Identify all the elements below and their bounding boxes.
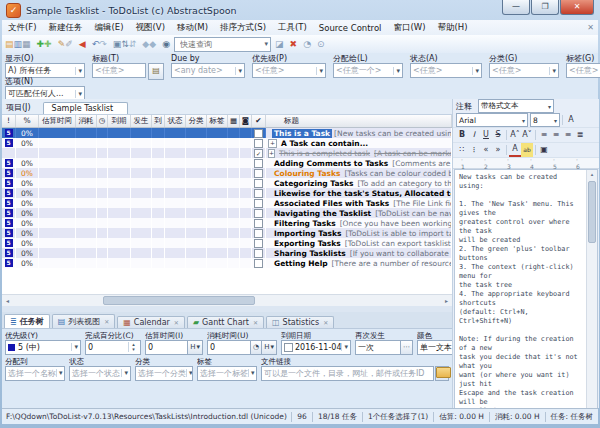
- recurrence-input[interactable]: 一次: [355, 340, 401, 355]
- grow-font-icon[interactable]: A˄: [509, 128, 521, 142]
- recurrence-edit-button[interactable]: ⋯: [401, 340, 413, 355]
- bold-icon[interactable]: B: [456, 128, 468, 142]
- underline-icon[interactable]: U: [480, 128, 492, 142]
- menu-item-1[interactable]: 新建任务: [43, 22, 89, 34]
- maximize-button[interactable]: ❐: [531, 0, 559, 15]
- task-row-6[interactable]: 50%Likewise for the task's Status, Alloc…: [2, 188, 452, 198]
- column-header-2[interactable]: 估算时间: [39, 115, 76, 127]
- comments-text[interactable]: New tasks can be created using: 1. The '…: [455, 170, 586, 416]
- task-row-10[interactable]: 50%Importing Tasks[ToDoList is able to i…: [2, 228, 452, 238]
- column-header-9[interactable]: 分类: [186, 115, 207, 127]
- task-row-3[interactable]: 50%Adding Comments to Tasks[Comments are…: [2, 158, 452, 168]
- close-button[interactable]: ✕: [560, 0, 594, 15]
- scroll-right-icon[interactable]: ▸: [441, 297, 452, 304]
- menu-item-9[interactable]: 帮助(H): [432, 22, 474, 34]
- tab-calendar[interactable]: ▦Calendar✕: [117, 316, 185, 328]
- tab-task-tree[interactable]: ≣任务树: [4, 314, 50, 328]
- task-row-13[interactable]: 50%Getting Help[There are a number of re…: [2, 258, 452, 268]
- shrink-font-icon[interactable]: A˅: [521, 128, 533, 142]
- close-icon[interactable]: ✕: [174, 319, 179, 326]
- unchecked-checkbox[interactable]: [254, 179, 263, 188]
- task-list-empty-area[interactable]: [2, 268, 452, 294]
- tag-select[interactable]: 选择一个标签▾: [197, 366, 257, 381]
- task-table-header[interactable]: !%估算时间消耗◷到期发生到状态分类标签▦◙✔标题: [2, 115, 452, 128]
- task-row-11[interactable]: 50%Exporting Tasks[ToDoList can export t…: [2, 238, 452, 248]
- sort-asc-icon[interactable]: ⇅: [121, 39, 129, 49]
- column-header-1[interactable]: %: [16, 115, 39, 127]
- column-header-8[interactable]: 状态: [165, 115, 186, 127]
- column-header-6[interactable]: 发生: [131, 115, 152, 127]
- priority-select[interactable]: 5 (中)▾: [5, 340, 81, 355]
- unchecked-checkbox[interactable]: [254, 139, 263, 148]
- unchecked-checkbox[interactable]: [254, 219, 263, 228]
- tab-gantt-chart[interactable]: ▰Gantt Chart✕: [187, 316, 264, 328]
- numbered-list-icon[interactable]: ⁝: [468, 143, 480, 157]
- close-icon[interactable]: ✕: [323, 319, 328, 326]
- status-select[interactable]: 选择一个状态▾: [69, 366, 131, 381]
- column-header-14[interactable]: 标题: [266, 115, 452, 127]
- edit-title-icon[interactable]: ✐: [65, 39, 73, 49]
- unchecked-checkbox[interactable]: [254, 249, 263, 258]
- columns-icon[interactable]: ▣: [113, 39, 122, 49]
- filter-priority-select[interactable]: <任意>▾: [252, 63, 326, 78]
- time-track-icon[interactable]: ◔: [251, 340, 262, 355]
- task-row-2[interactable]: ✓+This is a completed task[A task can be…: [2, 148, 452, 158]
- align-justify-icon[interactable]: ≣: [574, 128, 586, 142]
- menubar-close-icon[interactable]: ✕: [587, 23, 594, 32]
- paste-icon[interactable]: ▣: [538, 143, 550, 157]
- task-row-4[interactable]: 50%Colouring Tasks[Tasks can be colour c…: [2, 168, 452, 178]
- redo-icon[interactable]: ↷: [99, 39, 107, 49]
- column-header-13[interactable]: ✔: [252, 115, 266, 127]
- italic-icon[interactable]: I: [468, 128, 480, 142]
- unchecked-checkbox[interactable]: [254, 129, 263, 138]
- task-row-12[interactable]: 50%Sharing Tasklists[If you want to coll…: [2, 248, 452, 258]
- clear-filter-icon[interactable]: ✖: [290, 39, 298, 49]
- menu-item-3[interactable]: 视图(V): [130, 22, 171, 34]
- move-left-icon[interactable]: ◆: [149, 39, 156, 49]
- horizontal-scrollbar[interactable]: ◂ ▸: [2, 294, 452, 306]
- save-icon[interactable]: ▥: [14, 39, 23, 49]
- font-dialog-icon[interactable]: A: [565, 113, 577, 127]
- open-file-icon[interactable]: ▤: [5, 39, 14, 49]
- find-tasks-icon[interactable]: ◉: [162, 39, 170, 49]
- unchecked-checkbox[interactable]: [254, 159, 263, 168]
- menu-item-7[interactable]: Source Control: [313, 23, 388, 33]
- expand-icon[interactable]: +: [268, 149, 275, 158]
- spent-unit-select[interactable]: H▾: [262, 340, 277, 355]
- close-icon[interactable]: ✕: [253, 319, 258, 326]
- font-color-icon[interactable]: A: [509, 143, 521, 157]
- unchecked-checkbox[interactable]: [254, 239, 263, 248]
- checked-checkbox[interactable]: ✓: [254, 149, 263, 158]
- filter-status-select[interactable]: <任意>▾: [410, 63, 482, 78]
- percent-spinner[interactable]: ▴▾: [128, 342, 138, 352]
- task-row-1[interactable]: 50%+A Task can contain...: [2, 138, 452, 148]
- align-left-icon[interactable]: ≡: [538, 128, 550, 142]
- time-track-icon[interactable]: ◔: [303, 39, 311, 49]
- indent-icon[interactable]: »: [492, 143, 504, 157]
- chevron-down-icon[interactable]: ▾: [265, 40, 271, 48]
- strikethrough-icon[interactable]: S: [492, 128, 504, 142]
- task-row-8[interactable]: 50%Navigating the Tasklist[ToDoList can …: [2, 208, 452, 218]
- search-input[interactable]: [178, 39, 258, 50]
- delete-task-icon[interactable]: ◀: [79, 39, 86, 49]
- preferences-icon[interactable]: ⊙: [317, 39, 325, 49]
- scroll-up-icon[interactable]: ▴: [591, 170, 594, 179]
- unchecked-checkbox[interactable]: [254, 169, 263, 178]
- unchecked-checkbox[interactable]: [254, 229, 263, 238]
- unchecked-checkbox[interactable]: [254, 199, 263, 208]
- font-name-select[interactable]: Arial▾: [456, 113, 528, 127]
- align-center-icon[interactable]: ≡: [550, 128, 562, 142]
- filter-assigned-to-select[interactable]: <任意一个>▾: [333, 63, 403, 78]
- menu-item-8[interactable]: 窗口(W): [387, 22, 431, 34]
- tab-list-view[interactable]: ▤列表视图✕: [52, 314, 116, 328]
- estimate-input[interactable]: 0: [145, 340, 188, 355]
- task-row-5[interactable]: 50%Categorizing Tasks[To add an category…: [2, 178, 452, 188]
- column-header-3[interactable]: 消耗: [76, 115, 97, 127]
- bullet-list-icon[interactable]: ∷: [456, 143, 468, 157]
- menu-item-5[interactable]: 排序方式(S): [214, 22, 272, 34]
- sort-desc-icon[interactable]: ⇵: [129, 39, 137, 49]
- font-size-select[interactable]: 8▾: [530, 113, 560, 127]
- minimize-button[interactable]: —: [502, 0, 530, 15]
- tab-statistics[interactable]: ◫Statistics✕: [266, 316, 334, 328]
- filter-tag-select[interactable]: <任意>▾: [566, 63, 600, 78]
